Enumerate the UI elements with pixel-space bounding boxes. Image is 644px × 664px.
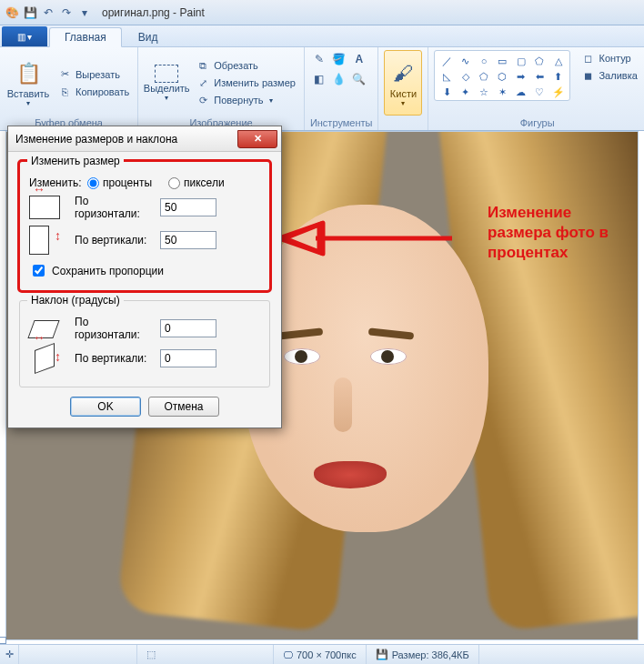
- shape-roundrect[interactable]: ▢: [512, 54, 529, 68]
- resize-fieldset: Изменить размер Изменить: проценты пиксе…: [19, 161, 270, 291]
- resize-icon: ⤢: [196, 75, 210, 90]
- radio-percent-input[interactable]: [87, 177, 99, 189]
- shapes-gallery[interactable]: ／ ∿ ○ ▭ ▢ ⬠ △ ◺ ◇ ⬠ ⬡ ➡ ⬅ ⬆ ⬇ ✦ ☆ ✶ ☁ ♡: [434, 50, 570, 101]
- cut-button[interactable]: ✂Вырезать: [55, 66, 132, 83]
- skew-fieldset: Наклон (градусы) ↔ По горизонтали: ↕ По …: [19, 300, 270, 387]
- fill-button[interactable]: ◼Заливка: [578, 67, 639, 84]
- shape-diamond[interactable]: ◇: [457, 69, 474, 84]
- shape-triangle[interactable]: △: [549, 54, 567, 68]
- shape-rtriangle[interactable]: ◺: [438, 69, 455, 84]
- radio-pixels[interactable]: пиксели: [168, 176, 225, 189]
- qat-dropdown-icon[interactable]: ▾: [76, 5, 93, 21]
- tab-view[interactable]: Вид: [124, 28, 173, 46]
- vertical-label: По вертикали:: [75, 234, 153, 246]
- dialog-titlebar[interactable]: Изменение размеров и наклона ✕: [8, 126, 281, 152]
- canvas-size: 🖵700 × 700пкс: [274, 645, 367, 664]
- shape-oval[interactable]: ○: [475, 54, 492, 68]
- text-tool[interactable]: A: [350, 50, 368, 68]
- shape-rect[interactable]: ▭: [494, 54, 511, 68]
- shape-callout[interactable]: ☁: [512, 85, 529, 99]
- app-icon: 🎨: [4, 5, 20, 21]
- eraser-tool[interactable]: ◧: [310, 70, 328, 88]
- skew-v-input[interactable]: [160, 349, 216, 367]
- fill-tool[interactable]: 🪣: [330, 50, 348, 68]
- dialog-title: Изменение размеров и наклона: [15, 133, 177, 146]
- shape-arrow-u[interactable]: ⬆: [549, 69, 567, 84]
- resize-skew-dialog: Изменение размеров и наклона ✕ Изменить …: [7, 126, 282, 428]
- keep-aspect-checkbox[interactable]: [33, 265, 45, 277]
- radio-pixels-input[interactable]: [168, 177, 180, 189]
- status-bar: ✛ ⬚ 🖵700 × 700пкс 💾Размер: 386,4КБ: [0, 644, 644, 664]
- rotate-button[interactable]: ⟳Повернуть▾: [193, 92, 298, 108]
- scissors-icon: ✂: [57, 67, 72, 82]
- ribbon: 📋 Вставить ▾ ✂Вырезать ⎘Копировать Буфер…: [0, 47, 644, 131]
- shape-line[interactable]: ／: [438, 54, 455, 68]
- horizontal-input[interactable]: [160, 198, 216, 216]
- group-brushes: 🖌 Кисти ▾: [378, 47, 428, 130]
- group-image: Выделить ▾ ⧉Обрезать ⤢Изменить размер ⟳П…: [138, 47, 305, 130]
- select-button[interactable]: Выделить ▾: [144, 50, 189, 116]
- shape-pentagon[interactable]: ⬠: [475, 69, 492, 84]
- keep-aspect-label: Сохранить пропорции: [52, 265, 164, 277]
- cancel-button[interactable]: Отмена: [148, 397, 219, 417]
- shape-star4[interactable]: ✦: [457, 85, 474, 99]
- file-tab[interactable]: ▥ ▾: [2, 26, 47, 46]
- brush-icon: 🖌: [388, 59, 418, 88]
- group-clipboard: 📋 Вставить ▾ ✂Вырезать ⎘Копировать Буфер…: [0, 47, 138, 130]
- crop-icon: ⧉: [196, 58, 210, 73]
- outline-button[interactable]: ◻Контур: [578, 50, 639, 66]
- shape-star5[interactable]: ☆: [475, 85, 492, 99]
- annotation-arrow: [279, 216, 461, 261]
- window-title: оригинал.png - Paint: [102, 6, 205, 19]
- undo-icon[interactable]: ↶: [40, 5, 56, 21]
- radio-percent[interactable]: проценты: [87, 176, 152, 189]
- shape-star6[interactable]: ✶: [494, 85, 511, 99]
- save-icon[interactable]: 💾: [22, 5, 38, 21]
- brushes-button[interactable]: 🖌 Кисти ▾: [384, 50, 422, 116]
- ok-button[interactable]: OK: [70, 397, 141, 417]
- shape-curve[interactable]: ∿: [457, 54, 474, 68]
- picker-tool[interactable]: 💧: [330, 70, 348, 88]
- cursor-pos: [19, 645, 137, 664]
- outline-icon: ◻: [580, 51, 595, 65]
- skew-v-label: По вертикали:: [75, 352, 153, 365]
- group-tools-label: Инструменты: [310, 116, 373, 128]
- file-size: 💾Размер: 386,4КБ: [367, 645, 479, 664]
- paste-button[interactable]: 📋 Вставить ▾: [5, 50, 51, 116]
- fill-icon: ◼: [580, 68, 595, 83]
- dropdown-icon: ▾: [165, 94, 168, 102]
- vertical-input[interactable]: [160, 231, 216, 249]
- crop-button[interactable]: ⧉Обрезать: [193, 57, 298, 74]
- cursor-pos-icon: ✛: [0, 645, 19, 664]
- copy-button[interactable]: ⎘Копировать: [55, 84, 132, 100]
- horizontal-resize-icon: ↔: [29, 196, 67, 219]
- shape-arrow-l[interactable]: ⬅: [531, 69, 548, 84]
- group-shapes-label: Фигуры: [434, 116, 639, 128]
- clipboard-icon: 📋: [14, 59, 43, 88]
- shape-polygon[interactable]: ⬠: [531, 54, 548, 68]
- shape-arrow-d[interactable]: ⬇: [438, 85, 455, 99]
- dialog-close-button[interactable]: ✕: [237, 130, 277, 148]
- paste-label: Вставить: [7, 88, 50, 99]
- horizontal-label: По горизонтали:: [75, 195, 153, 220]
- skew-legend: Наклон (градусы): [27, 294, 124, 307]
- zoom-tool[interactable]: 🔍: [350, 70, 368, 88]
- pencil-tool[interactable]: ✎: [310, 50, 328, 68]
- shape-bolt[interactable]: ⚡: [549, 85, 567, 99]
- resize-button[interactable]: ⤢Изменить размер: [193, 75, 298, 91]
- shape-arrow-r[interactable]: ➡: [512, 69, 529, 84]
- rotate-icon: ⟳: [196, 93, 210, 107]
- tab-main[interactable]: Главная: [49, 27, 122, 47]
- ribbon-tabs: ▥ ▾ Главная Вид: [0, 25, 644, 47]
- group-shapes: ／ ∿ ○ ▭ ▢ ⬠ △ ◺ ◇ ⬠ ⬡ ➡ ⬅ ⬆ ⬇ ✦ ☆ ✶ ☁ ♡: [428, 47, 644, 130]
- skew-h-icon: ↔: [29, 317, 67, 340]
- annotation-text: Изменение размера фото в процентах: [488, 203, 609, 263]
- shape-hexagon[interactable]: ⬡: [494, 69, 511, 84]
- dropdown-icon: ▾: [26, 99, 30, 107]
- skew-v-icon: ↕: [29, 347, 67, 370]
- redo-icon[interactable]: ↷: [58, 5, 75, 21]
- resize-handle[interactable]: [0, 637, 6, 644]
- skew-h-label: По горизонтали:: [75, 316, 153, 341]
- skew-h-input[interactable]: [160, 319, 216, 337]
- shape-heart[interactable]: ♡: [531, 85, 548, 99]
